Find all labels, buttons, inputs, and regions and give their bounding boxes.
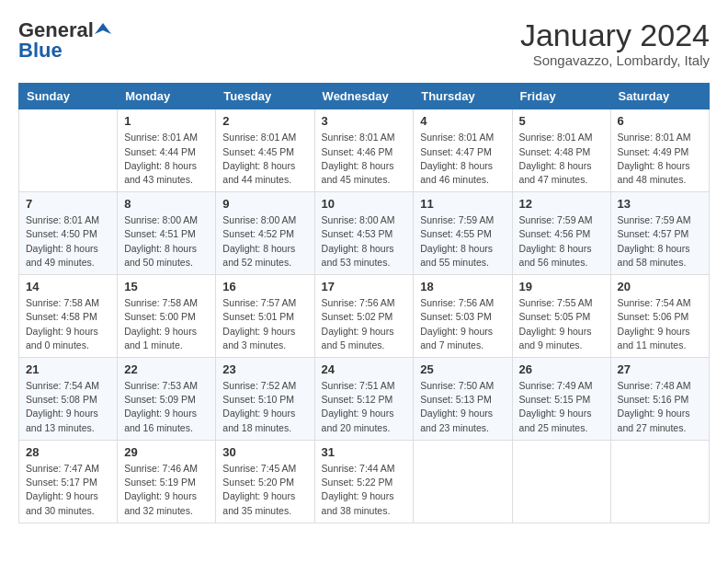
column-header-friday: Friday [512, 84, 610, 109]
day-number: 27 [618, 362, 702, 376]
day-cell: 8Sunrise: 8:00 AM Sunset: 4:51 PM Daylig… [118, 192, 216, 275]
day-number: 18 [420, 280, 505, 293]
day-number: 26 [519, 362, 604, 376]
day-cell: 22Sunrise: 7:53 AM Sunset: 5:09 PM Dayli… [118, 358, 216, 441]
day-info: Sunrise: 7:44 AM Sunset: 5:22 PM Dayligh… [322, 462, 407, 518]
logo-bird-icon [95, 21, 111, 38]
day-number: 1 [124, 114, 209, 128]
day-cell [414, 440, 512, 523]
location-subtitle: Songavazzo, Lombardy, Italy [520, 52, 710, 68]
day-number: 28 [26, 445, 110, 459]
day-info: Sunrise: 7:57 AM Sunset: 5:01 PM Dayligh… [222, 296, 307, 352]
day-info: Sunrise: 7:48 AM Sunset: 5:16 PM Dayligh… [618, 379, 702, 435]
day-cell: 15Sunrise: 7:58 AM Sunset: 5:00 PM Dayli… [118, 275, 216, 358]
day-cell: 20Sunrise: 7:54 AM Sunset: 5:06 PM Dayli… [610, 275, 709, 358]
day-number: 20 [618, 280, 702, 293]
day-number: 23 [222, 362, 307, 376]
day-info: Sunrise: 7:47 AM Sunset: 5:17 PM Dayligh… [26, 462, 110, 518]
week-row-4: 21Sunrise: 7:54 AM Sunset: 5:08 PM Dayli… [19, 358, 710, 441]
calendar-body: 1Sunrise: 8:01 AM Sunset: 4:44 PM Daylig… [19, 109, 710, 523]
day-info: Sunrise: 7:59 AM Sunset: 4:55 PM Dayligh… [420, 213, 505, 270]
day-number: 6 [618, 114, 702, 128]
day-info: Sunrise: 7:56 AM Sunset: 5:03 PM Dayligh… [420, 296, 505, 352]
day-cell: 31Sunrise: 7:44 AM Sunset: 5:22 PM Dayli… [314, 440, 414, 523]
day-info: Sunrise: 7:53 AM Sunset: 5:09 PM Dayligh… [124, 379, 209, 435]
day-cell: 11Sunrise: 7:59 AM Sunset: 4:55 PM Dayli… [414, 192, 512, 275]
day-cell: 23Sunrise: 7:52 AM Sunset: 5:10 PM Dayli… [216, 358, 314, 441]
day-info: Sunrise: 7:49 AM Sunset: 5:15 PM Dayligh… [519, 379, 604, 435]
day-info: Sunrise: 7:59 AM Sunset: 4:56 PM Dayligh… [519, 213, 604, 270]
day-cell: 21Sunrise: 7:54 AM Sunset: 5:08 PM Dayli… [19, 358, 118, 441]
page-header: General Blue January 2024 Songavazzo, Lo… [18, 18, 710, 68]
day-cell: 1Sunrise: 8:01 AM Sunset: 4:44 PM Daylig… [118, 109, 216, 192]
logo-blue-text: Blue [18, 39, 63, 63]
day-number: 30 [222, 445, 307, 459]
title-block: January 2024 Songavazzo, Lombardy, Italy [520, 18, 710, 68]
week-row-3: 14Sunrise: 7:58 AM Sunset: 4:58 PM Dayli… [19, 275, 710, 358]
day-cell: 4Sunrise: 8:01 AM Sunset: 4:47 PM Daylig… [414, 109, 512, 192]
day-cell: 3Sunrise: 8:01 AM Sunset: 4:46 PM Daylig… [314, 109, 414, 192]
month-title: January 2024 [520, 18, 710, 52]
day-info: Sunrise: 7:54 AM Sunset: 5:06 PM Dayligh… [618, 296, 702, 352]
day-cell: 5Sunrise: 8:01 AM Sunset: 4:48 PM Daylig… [512, 109, 610, 192]
day-number: 5 [519, 114, 604, 128]
day-cell: 30Sunrise: 7:45 AM Sunset: 5:20 PM Dayli… [216, 440, 314, 523]
day-cell: 17Sunrise: 7:56 AM Sunset: 5:02 PM Dayli… [314, 275, 414, 358]
day-number: 19 [519, 280, 604, 293]
column-header-thursday: Thursday [414, 84, 512, 109]
day-info: Sunrise: 7:50 AM Sunset: 5:13 PM Dayligh… [420, 379, 505, 435]
day-number: 31 [322, 445, 407, 459]
day-info: Sunrise: 7:56 AM Sunset: 5:02 PM Dayligh… [322, 296, 407, 352]
column-header-wednesday: Wednesday [314, 84, 414, 109]
day-number: 29 [124, 445, 209, 459]
column-header-monday: Monday [118, 84, 216, 109]
day-number: 2 [222, 114, 307, 128]
day-number: 24 [322, 362, 407, 376]
day-info: Sunrise: 8:01 AM Sunset: 4:46 PM Dayligh… [322, 131, 407, 187]
day-cell: 2Sunrise: 8:01 AM Sunset: 4:45 PM Daylig… [216, 109, 314, 192]
day-info: Sunrise: 7:51 AM Sunset: 5:12 PM Dayligh… [322, 379, 407, 435]
day-cell [19, 109, 118, 192]
day-cell: 10Sunrise: 8:00 AM Sunset: 4:53 PM Dayli… [314, 192, 414, 275]
svg-marker-0 [95, 23, 111, 34]
day-number: 4 [420, 114, 505, 128]
column-header-tuesday: Tuesday [216, 84, 314, 109]
day-cell: 13Sunrise: 7:59 AM Sunset: 4:57 PM Dayli… [610, 192, 709, 275]
day-info: Sunrise: 8:00 AM Sunset: 4:53 PM Dayligh… [322, 213, 407, 270]
day-number: 16 [222, 280, 307, 293]
calendar-table: SundayMondayTuesdayWednesdayThursdayFrid… [18, 83, 710, 523]
week-row-1: 1Sunrise: 8:01 AM Sunset: 4:44 PM Daylig… [19, 109, 710, 192]
day-number: 10 [322, 197, 407, 211]
day-number: 7 [26, 197, 110, 211]
day-number: 22 [124, 362, 209, 376]
day-info: Sunrise: 7:52 AM Sunset: 5:10 PM Dayligh… [222, 379, 307, 435]
logo: General Blue [18, 18, 111, 63]
day-info: Sunrise: 8:01 AM Sunset: 4:47 PM Dayligh… [420, 131, 505, 187]
day-cell: 9Sunrise: 8:00 AM Sunset: 4:52 PM Daylig… [216, 192, 314, 275]
day-cell: 26Sunrise: 7:49 AM Sunset: 5:15 PM Dayli… [512, 358, 610, 441]
day-cell: 14Sunrise: 7:58 AM Sunset: 4:58 PM Dayli… [19, 275, 118, 358]
day-cell: 27Sunrise: 7:48 AM Sunset: 5:16 PM Dayli… [610, 358, 709, 441]
day-cell: 7Sunrise: 8:01 AM Sunset: 4:50 PM Daylig… [19, 192, 118, 275]
day-cell: 25Sunrise: 7:50 AM Sunset: 5:13 PM Dayli… [414, 358, 512, 441]
day-info: Sunrise: 7:58 AM Sunset: 4:58 PM Dayligh… [26, 296, 110, 352]
day-cell: 28Sunrise: 7:47 AM Sunset: 5:17 PM Dayli… [19, 440, 118, 523]
day-cell [512, 440, 610, 523]
day-number: 12 [519, 197, 604, 211]
week-row-2: 7Sunrise: 8:01 AM Sunset: 4:50 PM Daylig… [19, 192, 710, 275]
day-info: Sunrise: 7:58 AM Sunset: 5:00 PM Dayligh… [124, 296, 209, 352]
day-info: Sunrise: 8:01 AM Sunset: 4:45 PM Dayligh… [222, 131, 307, 187]
day-cell: 18Sunrise: 7:56 AM Sunset: 5:03 PM Dayli… [414, 275, 512, 358]
header-row: SundayMondayTuesdayWednesdayThursdayFrid… [19, 84, 710, 109]
day-number: 14 [26, 280, 110, 293]
day-number: 21 [26, 362, 110, 376]
day-info: Sunrise: 8:01 AM Sunset: 4:50 PM Dayligh… [26, 213, 110, 270]
day-cell: 6Sunrise: 8:01 AM Sunset: 4:49 PM Daylig… [610, 109, 709, 192]
day-cell: 24Sunrise: 7:51 AM Sunset: 5:12 PM Dayli… [314, 358, 414, 441]
day-cell [610, 440, 709, 523]
day-number: 9 [222, 197, 307, 211]
day-cell: 16Sunrise: 7:57 AM Sunset: 5:01 PM Dayli… [216, 275, 314, 358]
day-info: Sunrise: 7:59 AM Sunset: 4:57 PM Dayligh… [618, 213, 702, 270]
day-info: Sunrise: 8:01 AM Sunset: 4:44 PM Dayligh… [124, 131, 209, 187]
day-cell: 29Sunrise: 7:46 AM Sunset: 5:19 PM Dayli… [118, 440, 216, 523]
